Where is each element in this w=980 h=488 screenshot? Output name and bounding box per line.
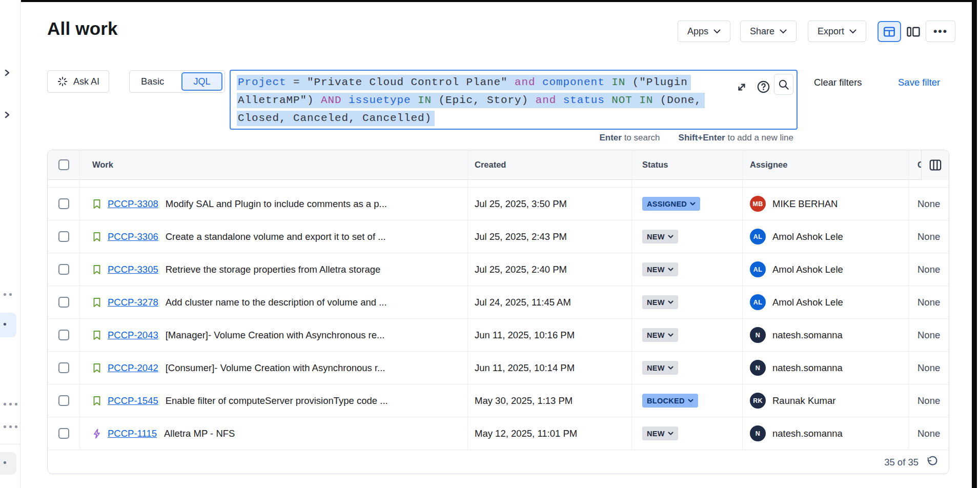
mode-basic-tab[interactable]: Basic [130,76,164,87]
table-header-row: Work Created Status Assignee C [48,150,949,180]
assignee-name: Amol Ashok Lele [772,264,843,275]
status-label: NEW [647,331,665,339]
issue-summary[interactable]: Add cluster name to the description of v… [166,297,387,308]
export-button[interactable]: Export [808,21,866,42]
story-icon [92,231,103,242]
table-row: PCCP-1115 Alletra MP - NFS May 12, 2025,… [48,417,949,450]
status-badge[interactable]: NEW [642,230,678,243]
row-checkbox[interactable] [58,362,69,373]
chevron-down-icon [713,29,721,34]
sidebar-expand-icon-2[interactable] [4,111,11,119]
share-button[interactable]: Share [740,21,797,42]
issue-key-link[interactable]: PCCP-1115 [108,428,157,439]
refresh-button[interactable] [926,456,938,469]
sidebar-item-dots-3[interactable] [4,425,17,428]
created-date: Jul 24, 2025, 11:45 AM [475,297,571,308]
issue-summary[interactable]: [Consumer]- Volume Creation with Asynchr… [166,362,385,374]
column-header-created[interactable]: Created [468,150,632,179]
row-checkbox[interactable] [58,231,69,242]
help-icon[interactable] [757,80,770,94]
assignee-name: MIKE BERHAN [772,198,838,210]
status-badge[interactable]: NEW [642,295,678,309]
table-row: PCCP-3305 Retrieve the storage propertie… [48,253,949,286]
story-icon [92,395,103,406]
issue-key-link[interactable]: PCCP-2042 [108,362,158,374]
issue-key-link[interactable]: PCCP-3306 [108,231,158,242]
table-row: PCCP-3278 Add cluster name to the descri… [48,286,949,319]
sidebar-item-dots[interactable] [4,293,12,296]
sidebar-item-active[interactable] [0,313,16,337]
issue-summary[interactable]: [Manager]- Volume Creation with Asynchro… [166,330,385,341]
extra-column-value: None [917,330,940,341]
status-badge[interactable]: ASSIGNED [642,197,700,211]
issue-summary[interactable]: Retrieve the storage properties from All… [166,264,381,275]
avatar[interactable]: N [750,360,766,376]
row-checkbox[interactable] [58,395,69,406]
sidebar-expand-icon[interactable] [4,69,11,77]
issue-key-link[interactable]: PCCP-3305 [108,264,158,275]
ellipsis-icon: ••• [933,29,948,34]
assignee-name: natesh.somanna [772,362,843,374]
status-badge[interactable]: BLOCKED [642,394,698,408]
detail-view-icon [906,25,921,38]
row-checkbox[interactable] [58,297,69,308]
hint-enter: Enter [599,133,621,143]
hint-enter-text: to search [622,133,660,143]
more-actions-button[interactable]: ••• [926,21,955,42]
avatar[interactable]: AL [750,229,766,245]
created-date: Jun 11, 2025, 10:14 PM [475,362,575,374]
ask-ai-label: Ask AI [73,76,99,87]
status-badge[interactable]: NEW [642,361,678,375]
issue-summary[interactable]: Alletra MP - NFS [164,428,235,439]
table-view-toggle[interactable] [877,21,901,42]
row-checkbox[interactable] [58,198,69,209]
row-checkbox[interactable] [58,264,69,275]
issue-summary[interactable]: Modify SAL and Plugin to include comment… [166,198,387,210]
avatar[interactable]: N [750,327,766,343]
jira-all-work-page: All work Apps Share Export ••• [0,0,980,488]
avatar[interactable]: RK [750,393,766,409]
status-badge[interactable]: NEW [642,426,678,440]
status-badge[interactable]: NEW [642,262,678,276]
row-checkbox[interactable] [58,428,69,439]
avatar[interactable]: AL [750,261,766,277]
column-header-work[interactable]: Work [80,150,468,179]
save-filter-button[interactable]: Save filter [898,77,940,88]
sidebar-item-hover[interactable] [0,452,16,475]
select-all-checkbox[interactable] [58,159,69,170]
ask-ai-button[interactable]: Ask AI [47,70,109,93]
column-settings-button[interactable] [921,150,949,180]
chevron-down-icon [668,366,673,370]
chevron-down-icon [688,399,693,403]
extra-column-value: None [917,362,940,374]
issue-key-link[interactable]: PCCP-3278 [108,297,158,308]
mode-jql-tab[interactable]: JQL [181,72,222,91]
issue-key-link[interactable]: PCCP-2043 [108,330,158,341]
issue-key-link[interactable]: PCCP-3308 [108,198,158,210]
issue-key-link[interactable]: PCCP-1545 [108,395,158,406]
issue-summary[interactable]: Create a standalone volume and export it… [166,231,386,242]
detail-view-toggle[interactable] [904,24,923,40]
extra-column-value: None [917,198,940,210]
apps-button[interactable]: Apps [678,21,730,42]
table-row: PCCP-2042 [Consumer]- Volume Creation wi… [48,352,949,384]
avatar[interactable]: MB [750,196,766,212]
avatar[interactable]: AL [750,294,766,310]
column-header-status[interactable]: Status [632,150,743,179]
assignee-name: natesh.somanna [772,428,843,439]
clear-filters-button[interactable]: Clear filters [814,77,862,88]
assignee-name: Amol Ashok Lele [772,297,843,308]
extra-column-value: None [917,297,940,308]
issue-summary[interactable]: Enable filter of computeServer provision… [166,395,388,406]
share-button-label: Share [750,26,774,37]
avatar[interactable]: N [750,425,766,441]
status-label: NEW [647,364,665,372]
jql-query-input[interactable]: Project = "Private Cloud Control Plane" … [230,70,798,130]
sidebar-item-dots-2[interactable] [4,403,17,405]
row-checkbox[interactable] [58,330,69,340]
status-label: BLOCKED [647,397,685,405]
column-header-assignee[interactable]: Assignee [743,150,909,179]
status-badge[interactable]: NEW [642,328,678,342]
search-submit-button[interactable] [774,74,793,95]
expand-editor-icon[interactable] [736,81,748,93]
